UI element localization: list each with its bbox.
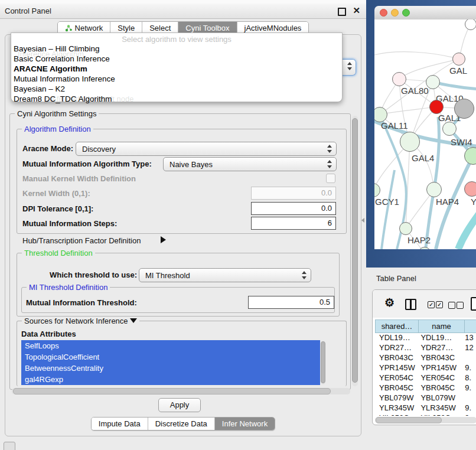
attributes-scrollbar[interactable] bbox=[321, 341, 325, 384]
hub-definition-toggle[interactable]: Hub/Transcription Factor Definition bbox=[22, 236, 141, 245]
table-body: YDL19…YDL19…13YDR27…YDR27…12YBR043CYBR04… bbox=[375, 332, 476, 416]
zoom-traffic-light[interactable] bbox=[402, 9, 410, 17]
salmon-right-node[interactable] bbox=[464, 181, 476, 197]
unchecked-checkbox-icon[interactable] bbox=[457, 302, 464, 309]
algorithm-option[interactable]: Mutual Information Inference bbox=[11, 74, 342, 84]
data-attribute-item[interactable]: SelfLoops bbox=[21, 340, 320, 351]
bottom-tab-infer-network[interactable]: Infer Network bbox=[215, 418, 275, 430]
gear-icon[interactable]: ⚙ bbox=[384, 296, 395, 309]
gal80-node[interactable] bbox=[392, 72, 406, 86]
table-cell: 9. bbox=[461, 403, 476, 413]
table-row[interactable]: YBR045CYBR045C9. bbox=[375, 383, 476, 393]
mi-threshold-field[interactable]: 0.5 bbox=[248, 296, 334, 309]
unnamed-top-node[interactable] bbox=[465, 19, 476, 30]
manual-kernel-checkbox[interactable] bbox=[326, 174, 335, 183]
mi-type-value: Naive Bayes bbox=[169, 160, 213, 169]
hap2-node[interactable] bbox=[399, 222, 412, 235]
dpi-tolerance-label: DPI Tolerance [0,1]: bbox=[22, 204, 93, 213]
background-combo-stepper[interactable] bbox=[341, 59, 356, 76]
hap4-node[interactable] bbox=[426, 182, 442, 197]
table-row[interactable]: YPR145WYPR145W9. bbox=[375, 363, 476, 373]
algorithm-option[interactable]: Bayesian – K2 bbox=[11, 84, 342, 94]
stepper-icon bbox=[302, 271, 307, 279]
minimize-traffic-light[interactable] bbox=[391, 9, 399, 17]
table-cell: YBL079W bbox=[416, 393, 461, 403]
table-cell: YPR145W bbox=[416, 363, 461, 373]
float-icon[interactable] bbox=[338, 8, 346, 16]
gal4-node[interactable] bbox=[400, 132, 420, 152]
table-cell: 8. bbox=[461, 373, 476, 383]
mi-threshold-title: MI Threshold Definition bbox=[27, 283, 110, 292]
table-panel-title: Table Panel bbox=[376, 274, 416, 283]
kernel-width-field[interactable]: 0.0 bbox=[251, 187, 336, 200]
aracne-mode-value: Discovery bbox=[82, 145, 116, 154]
gal11-label: GAL11 bbox=[381, 120, 408, 131]
table-row[interactable]: YER054CYER054C8. bbox=[375, 373, 476, 383]
settings-scrollbar[interactable] bbox=[352, 116, 358, 386]
table-cell: YIL052C bbox=[416, 413, 461, 416]
bottom-tab-label: Infer Network bbox=[222, 419, 268, 428]
tab-label: Select bbox=[149, 24, 171, 32]
table-hscrollbar[interactable] bbox=[375, 417, 476, 423]
expand-arrow-icon[interactable] bbox=[161, 236, 166, 243]
close-icon[interactable]: ✕ bbox=[353, 5, 360, 16]
data-attribute-item[interactable]: BetweennessCentrality bbox=[21, 363, 320, 374]
gal80-label: GAL80 bbox=[401, 86, 429, 96]
mi-steps-field[interactable]: 6 bbox=[251, 217, 336, 230]
column-header[interactable]: name bbox=[418, 319, 465, 333]
algorithm-option[interactable]: ARACNE Algorithm bbox=[11, 64, 342, 74]
bottom-tab-impute-data[interactable]: Impute Data bbox=[92, 418, 148, 430]
gray-hub-node[interactable] bbox=[454, 99, 474, 119]
dropdown-prompt: Select algorithm to view settings bbox=[11, 33, 342, 44]
panel-resize-handle[interactable] bbox=[361, 218, 364, 223]
unchecked-checkbox-icon[interactable] bbox=[448, 302, 455, 309]
table-row[interactable]: YBL079WYBL079W bbox=[375, 393, 476, 403]
aracne-mode-label: Aracne Mode: bbox=[22, 144, 73, 153]
data-attribute-item[interactable]: TopologicalCoefficient bbox=[21, 351, 320, 363]
columns-icon[interactable] bbox=[405, 299, 416, 310]
settings-hscrollbar[interactable] bbox=[12, 388, 350, 394]
column-header[interactable] bbox=[464, 319, 476, 333]
document-icon[interactable] bbox=[471, 297, 476, 311]
table-cell: 12 bbox=[461, 343, 476, 353]
table-cell: YPR145W bbox=[375, 363, 416, 373]
table-row[interactable]: YDL19…YDL19…13 bbox=[375, 332, 476, 343]
stepper-icon bbox=[327, 160, 332, 168]
tab-label: Cyni Toolbox bbox=[185, 24, 229, 32]
network-view[interactable]: GALGAL80GAL10GAL1GAL11SWI4GAL4GCY1HAP4YH… bbox=[374, 19, 476, 249]
table-row[interactable]: YLR345WYLR345W9. bbox=[375, 403, 476, 413]
table-row[interactable]: YIL052CYIL052C9 bbox=[375, 413, 476, 416]
gal1-node[interactable] bbox=[429, 100, 444, 114]
table-cell: YBL079W bbox=[375, 393, 416, 403]
table-cell: YDR27… bbox=[416, 343, 461, 353]
algorithm-dropdown: Select algorithm to view settings Bayesi… bbox=[11, 32, 343, 102]
network-icon bbox=[65, 24, 72, 32]
table-cell: YBR043C bbox=[375, 353, 416, 363]
table-row[interactable]: YBR043CYBR043C bbox=[375, 353, 476, 363]
mi-type-select[interactable]: Naive Bayes bbox=[163, 157, 337, 171]
gal10-node[interactable] bbox=[426, 75, 440, 89]
which-threshold-select[interactable]: MI Threshold bbox=[139, 268, 311, 282]
bottom-tab-discretize-data[interactable]: Discretize Data bbox=[148, 418, 215, 430]
swi4-node[interactable] bbox=[442, 122, 457, 136]
dpi-tolerance-field[interactable]: 0.0 bbox=[251, 202, 336, 215]
table-cell: YER054C bbox=[375, 373, 416, 383]
gal4-label: GAL4 bbox=[412, 153, 434, 163]
data-attribute-item[interactable]: gal4RGexp bbox=[21, 374, 320, 385]
checked-checkbox-icon[interactable]: ✓ bbox=[436, 301, 443, 308]
bottom-left-button[interactable] bbox=[4, 442, 15, 450]
collapse-arrow-icon[interactable] bbox=[130, 318, 137, 323]
hap4-label: HAP4 bbox=[436, 197, 459, 207]
control-panel-titlebar: Control Panel ✕ bbox=[0, 4, 366, 19]
gal-partial-node[interactable] bbox=[452, 53, 465, 66]
checked-checkbox-icon[interactable]: ✓ bbox=[428, 301, 435, 308]
column-header[interactable]: shared… bbox=[375, 319, 419, 333]
data-attributes-list: SelfLoopsTopologicalCoefficientBetweenne… bbox=[21, 340, 320, 385]
table-row[interactable]: YDR27…YDR27…12 bbox=[375, 343, 476, 353]
apply-button[interactable]: Apply bbox=[158, 398, 201, 412]
network-window-titlebar[interactable] bbox=[374, 6, 476, 20]
mi-threshold-label: Mutual Information Threshold: bbox=[26, 298, 137, 307]
data-attributes-label: Data Attributes bbox=[21, 330, 76, 338]
aracne-mode-select[interactable]: Discovery bbox=[76, 142, 337, 156]
close-traffic-light[interactable] bbox=[380, 9, 387, 17]
